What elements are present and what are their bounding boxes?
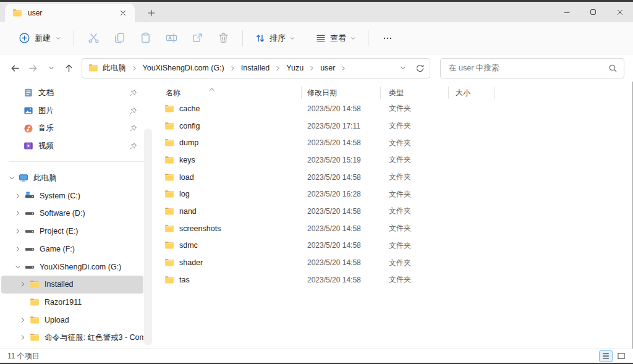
address-dropdown-chevron-icon[interactable]	[399, 64, 407, 72]
column-header-modified[interactable]: 修改日期	[302, 87, 381, 98]
sidebar-item-label: 此电脑	[33, 173, 57, 184]
sidebar-item-this-pc[interactable]: 此电脑	[1, 169, 143, 187]
videos-icon	[23, 141, 33, 151]
file-row-sdmc[interactable]: sdmc2023/5/20 14:58文件夹	[156, 237, 632, 255]
file-row-nand[interactable]: nand2023/5/20 14:58文件夹	[156, 203, 632, 220]
column-header-name[interactable]: 名称	[156, 87, 302, 98]
folder-icon	[12, 8, 22, 18]
file-row-cache[interactable]: cache2023/5/20 14:58文件夹	[156, 100, 632, 117]
breadcrumb-chevron[interactable]	[229, 65, 237, 72]
sort-button[interactable]: 排序	[249, 28, 301, 48]
tab-user[interactable]: user	[5, 4, 135, 22]
share-button[interactable]	[184, 27, 210, 49]
drive-icon	[25, 226, 35, 236]
chevron-right-icon[interactable]	[12, 192, 23, 200]
folder-icon	[164, 206, 174, 216]
sort-arrows-icon	[255, 33, 266, 44]
file-row-dump[interactable]: dump2023/5/20 14:58文件夹	[156, 134, 632, 151]
view-button[interactable]: 查看	[310, 28, 362, 48]
chevron-right-icon[interactable]	[17, 316, 28, 324]
thumbnails-view-icon	[617, 352, 626, 360]
paste-icon	[140, 32, 151, 44]
tab-close-button[interactable]	[116, 6, 130, 20]
breadcrumb-item[interactable]: user	[316, 61, 339, 75]
sidebar-item-pictures[interactable]: 图片	[1, 102, 143, 120]
chevron-right-icon[interactable]	[12, 210, 23, 217]
breadcrumb-item[interactable]: Yuzu	[282, 61, 308, 75]
file-modified-date: 2023/5/20 14:58	[302, 104, 381, 113]
forward-button[interactable]	[24, 59, 42, 77]
chevron-right-icon[interactable]	[17, 334, 28, 341]
refresh-icon[interactable]	[415, 64, 425, 73]
up-button[interactable]	[60, 59, 78, 77]
cut-button[interactable]	[80, 27, 106, 49]
sidebar-item-installed[interactable]: Installed	[1, 276, 143, 294]
pin-icon	[129, 142, 137, 150]
new-button[interactable]: 新建	[12, 28, 67, 48]
sidebar-item-project-e[interactable]: Project (E:)	[1, 222, 143, 240]
file-row-load[interactable]: load2023/5/20 14:58文件夹	[156, 169, 632, 186]
folder-icon	[30, 279, 40, 289]
file-row-config[interactable]: config2023/5/20 17:11文件夹	[156, 117, 632, 135]
column-header-type[interactable]: 类型	[381, 87, 449, 98]
sidebar-scrollbar[interactable]	[144, 129, 152, 345]
breadcrumb-chevron[interactable]	[339, 65, 347, 72]
file-type: 文件夹	[381, 172, 449, 182]
more-options-button[interactable]	[375, 27, 401, 49]
maximize-button[interactable]	[580, 2, 606, 22]
sidebar-item-system-c[interactable]: System (C:)	[1, 187, 143, 205]
chevron-right-icon[interactable]	[17, 281, 28, 288]
paste-button[interactable]	[132, 27, 158, 49]
drive-icon	[25, 208, 35, 218]
this-pc-icon	[19, 173, 28, 183]
sidebar-item-razor1911[interactable]: Razor1911	[1, 294, 143, 311]
file-row-keys[interactable]: keys2023/5/20 15:19文件夹	[156, 151, 632, 169]
file-modified-date: 2023/5/20 14:58	[302, 207, 381, 216]
sidebar-item-label: Razor1911	[45, 298, 82, 307]
minimize-button[interactable]	[553, 2, 580, 22]
breadcrumb-chevron[interactable]	[130, 65, 138, 72]
chevron-down-icon[interactable]	[6, 174, 17, 182]
new-tab-button[interactable]	[141, 4, 162, 22]
recent-locations-button[interactable]	[42, 59, 60, 77]
search-box	[440, 58, 624, 78]
thumbnails-view-button[interactable]	[614, 350, 628, 362]
delete-button[interactable]	[210, 27, 236, 49]
breadcrumb-chevron[interactable]	[274, 65, 282, 72]
rename-button[interactable]	[158, 27, 184, 49]
chevron-down-icon[interactable]	[12, 263, 23, 271]
new-button-label: 新建	[35, 33, 51, 44]
chevron-right-icon[interactable]	[12, 227, 23, 235]
copy-button[interactable]	[106, 27, 132, 49]
file-row-shader[interactable]: shader2023/5/20 14:58文件夹	[156, 254, 632, 271]
column-header-size[interactable]: 大小	[449, 87, 495, 98]
sidebar-item-command-conquer-ra3[interactable]: 命令与征服: 红色警戒3 - Comma	[1, 329, 143, 347]
command-toolbar: 新建 排序 查看	[0, 22, 633, 54]
sidebar-item-documents[interactable]: 文档	[1, 84, 143, 102]
breadcrumb-item[interactable]: YouXiShengDi.com (G:)	[138, 61, 229, 75]
file-type: 文件夹	[381, 189, 449, 200]
search-icon	[608, 64, 618, 73]
sidebar-item-game-f[interactable]: Game (F:)	[1, 240, 143, 258]
sidebar-item-upload[interactable]: Upload	[1, 311, 143, 329]
folder-icon	[164, 104, 174, 114]
close-window-button[interactable]	[606, 2, 633, 22]
column-resize-handle[interactable]	[494, 87, 495, 99]
file-row-tas[interactable]: tas2023/5/20 14:58文件夹	[156, 271, 632, 289]
minimize-icon	[563, 8, 571, 17]
file-row-screenshots[interactable]: screenshots2023/5/20 14:58文件夹	[156, 220, 632, 237]
file-row-log[interactable]: log2023/5/20 16:28文件夹	[156, 185, 632, 203]
details-view-button[interactable]	[599, 350, 613, 362]
music-icon	[23, 124, 33, 133]
breadcrumb-chevron[interactable]	[308, 65, 316, 72]
chevron-right-icon[interactable]	[12, 245, 23, 253]
sidebar-item-youxishengdi-g[interactable]: YouXiShengDi.com (G:)	[1, 258, 143, 276]
breadcrumb-item[interactable]: Installed	[237, 61, 274, 75]
sidebar-item-software-d[interactable]: Software (D:)	[1, 205, 143, 222]
breadcrumb-item[interactable]: 此电脑	[98, 61, 130, 76]
sidebar-item-music[interactable]: 音乐	[1, 119, 143, 137]
search-input[interactable]	[449, 64, 608, 72]
address-bar[interactable]: 此电脑YouXiShengDi.com (G:)InstalledYuzuuse…	[82, 58, 430, 78]
sidebar-item-videos[interactable]: 视频	[1, 137, 143, 155]
back-button[interactable]	[6, 59, 24, 77]
